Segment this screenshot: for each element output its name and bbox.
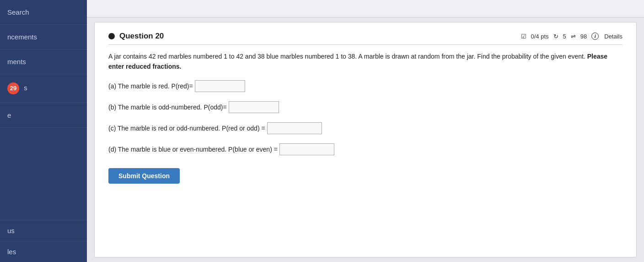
question-header: Question 20 ☑ 0/4 pts ↻ 5 ⇌ 98 i Details: [108, 32, 623, 45]
sub-question-c-prob: P(red or odd) =: [222, 125, 265, 132]
sub-question-c: (c) The marble is red or odd-numbered. P…: [108, 122, 623, 134]
sidebar-item-label: Search: [7, 8, 29, 16]
retry-icon: ↻: [553, 33, 558, 40]
points-display: 0/4 pts: [531, 33, 549, 40]
content-area: Question 20 ☑ 0/4 pts ↻ 5 ⇌ 98 i Details…: [94, 22, 637, 257]
info-icon: i: [591, 33, 599, 40]
top-bar: [87, 0, 644, 17]
question-text: A jar contains 42 red marbles numbered 1…: [108, 53, 585, 60]
check-icon: ☑: [521, 33, 526, 40]
sub-question-b-prob: P(odd)=: [204, 104, 226, 111]
sidebar-item-label: ncements: [7, 33, 37, 41]
sub-question-a: (a) The marble is red. P(red)=: [108, 80, 623, 92]
attempts-display: 98: [580, 33, 587, 40]
answer-input-a[interactable]: [195, 80, 245, 92]
sub-question-a-prob: P(red)=: [172, 82, 193, 90]
main-content: Question 20 ☑ 0/4 pts ↻ 5 ⇌ 98 i Details…: [87, 0, 644, 262]
sidebar-item-label: e: [7, 111, 11, 119]
submit-question-button[interactable]: Submit Question: [108, 168, 180, 184]
sidebar-item-label: ments: [7, 58, 26, 66]
retries-display: 5: [563, 33, 566, 40]
sub-question-c-label: (c) The marble is red or odd-numbered.: [108, 125, 220, 132]
sidebar-item-4[interactable]: 29 s: [0, 74, 87, 103]
sidebar-bottom-label: les: [7, 248, 16, 256]
sidebar-item-search[interactable]: Search: [0, 0, 87, 25]
question-title: Question 20: [119, 32, 521, 41]
answer-input-c[interactable]: [267, 122, 322, 134]
sidebar-bottom-les[interactable]: les: [0, 241, 87, 262]
question-dot-icon: [108, 33, 115, 39]
sidebar-spacer: [0, 128, 87, 220]
sidebar-item-assignments[interactable]: ments: [0, 49, 87, 74]
sub-question-d: (d) The marble is blue or even-numbered.…: [108, 143, 623, 155]
sidebar-badge: 29: [7, 82, 19, 94]
sidebar-bottom-us[interactable]: us: [0, 220, 87, 241]
sub-question-b-label: (b) The marble is odd-numbered.: [108, 104, 202, 111]
sub-question-d-label: (d) The marble is blue or even-numbered.: [108, 146, 226, 153]
sidebar: Search ncements ments 29 s e us les: [0, 0, 87, 262]
answer-input-d[interactable]: [279, 143, 334, 155]
sub-question-b: (b) The marble is odd-numbered. P(odd)=: [108, 101, 623, 113]
sidebar-item-label: s: [24, 84, 27, 92]
question-meta: ☑ 0/4 pts ↻ 5 ⇌ 98 i Details: [521, 33, 623, 40]
sidebar-item-5[interactable]: e: [0, 103, 87, 128]
sidebar-bottom-label: us: [7, 227, 15, 235]
refresh-icon: ⇌: [571, 33, 576, 40]
sub-question-d-prob: P(blue or even) =: [228, 146, 278, 153]
sidebar-item-announcements[interactable]: ncements: [0, 25, 87, 49]
sub-question-a-label: (a) The marble is red.: [108, 82, 170, 90]
question-body: A jar contains 42 red marbles numbered 1…: [108, 51, 623, 72]
details-link[interactable]: Details: [604, 33, 623, 40]
answer-input-b[interactable]: [229, 101, 279, 113]
